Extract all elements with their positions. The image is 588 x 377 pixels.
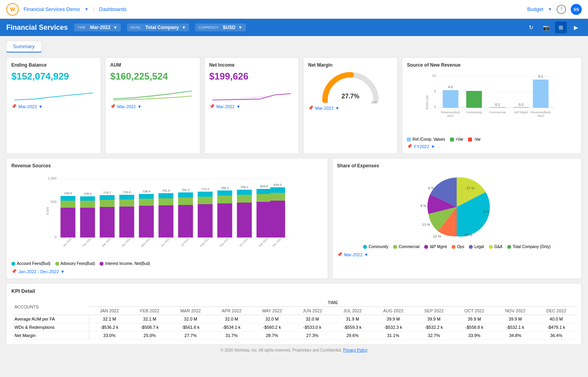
community-label: Community [368, 245, 388, 249]
ending-balance-footer[interactable]: 📌 Mar-2022 ▼ [11, 104, 96, 109]
row-nm-dec: 36.4% [536, 332, 577, 340]
svg-rect-90 [256, 189, 271, 194]
svg-text:Sep 2022: Sep 2022 [219, 237, 230, 248]
col-oct: OCT 2022 [454, 307, 495, 315]
svg-text:Jun 2022: Jun 2022 [160, 237, 170, 247]
kpi-detail-card: KPI Detail ACCOUNTS TIME JAN 2022 FEB 20… [6, 283, 582, 345]
legend-ops: Ops [452, 245, 464, 249]
nav-right-actions: Budget ▼ ? SS [527, 4, 582, 15]
col-nov: NOV 2022 [495, 307, 536, 315]
svg-text:0.2: 0.2 [495, 103, 500, 107]
svg-rect-54 [119, 199, 134, 207]
level-filter[interactable]: LEVEL Total Company ▼ [127, 24, 189, 31]
header-actions: ↻ 📷 ⊞ ▶ [525, 22, 582, 33]
pin-icon: 📌 [11, 104, 17, 109]
svg-text:729.0: 729.0 [123, 190, 131, 194]
svg-text:705.0: 705.0 [83, 192, 92, 196]
svg-text:4.5: 4.5 [448, 85, 453, 89]
source-new-revenue-title: Source of New Revenue [407, 62, 577, 68]
net-income-title: Net Income [209, 62, 294, 68]
svg-text:706.5: 706.5 [64, 192, 72, 195]
total-company-label: Total Company (Only) [513, 245, 551, 249]
account-fees-color [11, 262, 15, 266]
total-company-color [507, 245, 511, 249]
svg-text:Jul 2022: Jul 2022 [180, 237, 190, 247]
row-wds-dec: -$479.1 k [536, 323, 577, 332]
privacy-policy-link[interactable]: Privacy Policy [343, 348, 367, 352]
row-aum-nov: 39.9 M [495, 315, 536, 323]
svg-rect-78 [217, 203, 232, 237]
legal-color [469, 245, 473, 249]
svg-rect-70 [178, 192, 193, 198]
svg-text:Mar 2022: Mar 2022 [102, 237, 112, 247]
col-jan: JAN 2022 [89, 307, 129, 315]
aum-title: AUM [110, 62, 195, 68]
row-aum-sep: 39.9 M [414, 315, 454, 323]
svg-text:5: 5 [434, 89, 436, 93]
commercial-color [393, 245, 397, 249]
legend-minus-color [468, 138, 472, 141]
user-avatar[interactable]: SS [571, 4, 582, 15]
refresh-button[interactable]: ↻ [525, 22, 537, 33]
snr-footer[interactable]: 📌 FY2022 ▼ [407, 144, 577, 149]
net-margin-footer[interactable]: 📌 Mar-2022 ▼ [308, 105, 393, 111]
se-pin-icon: 📌 [337, 252, 343, 257]
legend-ref: Ref./Comp. Values [407, 137, 445, 141]
time-filter[interactable]: TIME Mar-2022 ▼ [74, 24, 121, 31]
screenshot-button[interactable]: 📷 [540, 22, 552, 33]
legend-minus-var: -Var [468, 137, 481, 141]
ops-label: Ops [457, 245, 464, 249]
aum-sparkline [110, 85, 195, 101]
net-margin-pin-icon: 📌 [308, 105, 314, 111]
advisory-fees-label: Advisory Fees(Bud) [61, 261, 95, 266]
row-nm-sep: 32.7% [414, 332, 454, 340]
svg-rect-16 [466, 91, 482, 108]
dashboards-link[interactable]: Dashboards [99, 6, 127, 12]
svg-rect-40 [60, 196, 75, 201]
legend-interest-income: Interest Income, Net(Bud) [100, 261, 150, 266]
help-button[interactable]: ? [557, 5, 566, 14]
aum-footer[interactable]: 📌 Mar-2022 ▼ [110, 104, 195, 109]
kpi-table-container[interactable]: ACCOUNTS TIME JAN 2022 FEB 2022 MAR 2022… [11, 299, 577, 340]
logo-letter: W [10, 6, 15, 13]
row-nm-oct: 33.9% [454, 332, 495, 340]
kpi-table: ACCOUNTS TIME JAN 2022 FEB 2022 MAR 2022… [11, 299, 577, 340]
revenue-sources-footer[interactable]: 📌 Jan-2022 - Dec-2022 ▼ [11, 269, 323, 274]
svg-text:2021: 2021 [447, 114, 454, 118]
budget-selector[interactable]: Budget [527, 6, 543, 12]
currency-value: $USD [223, 25, 236, 30]
svg-rect-55 [119, 195, 134, 199]
budget-arrow[interactable]: ▼ [548, 7, 552, 11]
app-name-arrow[interactable]: ▼ [85, 7, 89, 11]
share-expenses-footer[interactable]: 📌 Mar-2022 ▼ [337, 252, 577, 257]
svg-text:Revenue(Act): Revenue(Act) [441, 111, 460, 114]
svg-rect-48 [100, 207, 114, 237]
legend-plus-color [450, 138, 454, 141]
row-aum-mar: 32.0 M [170, 315, 211, 323]
tab-summary[interactable]: Summary [6, 41, 42, 53]
app-name[interactable]: Financial Services Demo [24, 6, 80, 12]
col-mar: MAR 2022 [170, 307, 211, 315]
avatar-initials: SS [573, 7, 579, 12]
svg-rect-38 [60, 208, 75, 237]
ending-balance-sparkline [11, 85, 96, 101]
svg-text:772.2: 772.2 [201, 187, 209, 191]
svg-rect-64 [158, 198, 173, 205]
accounts-header: ACCOUNTS [11, 299, 89, 315]
currency-filter[interactable]: CURRENCY $USD ▼ [195, 24, 245, 31]
row-nm-aug: 31.1% [373, 332, 414, 340]
time-value: Mar-2022 [90, 25, 111, 30]
net-income-footer[interactable]: 📌 Mar-2022 ▼ [209, 104, 294, 109]
video-button[interactable]: ▶ [570, 22, 582, 33]
table-row: Average AUM per FA 32.1 M 32.1 M 32.0 M … [11, 315, 577, 323]
grid-view-button[interactable]: ⊞ [555, 22, 567, 33]
svg-text:9.1: 9.1 [538, 74, 543, 78]
legend-gna: G&A [489, 245, 503, 249]
help-icon: ? [560, 7, 563, 12]
rs-pin-icon: 📌 [11, 269, 17, 274]
ending-balance-value: $152,074,929 [11, 71, 96, 82]
row-wds-jul: -$559.3 k [332, 323, 373, 332]
svg-rect-85 [237, 190, 252, 195]
legend-legal: Legal [469, 245, 484, 249]
svg-text:2022: 2022 [537, 114, 544, 118]
